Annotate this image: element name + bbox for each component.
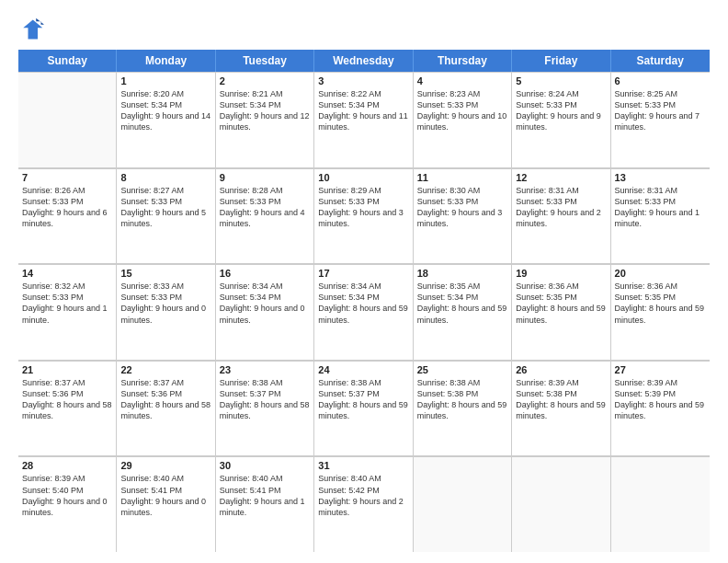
calendar-cell: 15Sunrise: 8:33 AM Sunset: 5:33 PM Dayli… (117, 264, 215, 360)
day-number: 29 (120, 460, 210, 471)
day-number: 28 (22, 460, 112, 471)
cell-info: Sunrise: 8:40 AM Sunset: 5:41 PM Dayligh… (120, 473, 210, 518)
calendar-body: 1Sunrise: 8:20 AM Sunset: 5:34 PM Daylig… (18, 72, 710, 552)
calendar-cell: 20Sunrise: 8:36 AM Sunset: 5:35 PM Dayli… (611, 264, 710, 360)
cell-info: Sunrise: 8:34 AM Sunset: 5:34 PM Dayligh… (220, 281, 310, 326)
day-number: 2 (220, 75, 310, 86)
cell-info: Sunrise: 8:32 AM Sunset: 5:33 PM Dayligh… (22, 281, 112, 326)
calendar-header: SundayMondayTuesdayWednesdayThursdayFrid… (18, 50, 710, 72)
logo (18, 17, 48, 42)
day-number: 11 (417, 172, 507, 183)
day-number: 27 (615, 364, 706, 375)
calendar-cell: 30Sunrise: 8:40 AM Sunset: 5:41 PM Dayli… (216, 456, 314, 552)
cell-info: Sunrise: 8:22 AM Sunset: 5:34 PM Dayligh… (318, 88, 408, 133)
day-number: 6 (615, 75, 706, 86)
calendar-cell: 16Sunrise: 8:34 AM Sunset: 5:34 PM Dayli… (216, 264, 314, 360)
calendar-cell-empty (18, 72, 117, 167)
calendar-week: 14Sunrise: 8:32 AM Sunset: 5:33 PM Dayli… (18, 264, 710, 361)
calendar-cell: 18Sunrise: 8:35 AM Sunset: 5:34 PM Dayli… (414, 264, 512, 360)
calendar-header-cell: Saturday (611, 50, 710, 72)
day-number: 22 (120, 364, 210, 375)
calendar-cell: 31Sunrise: 8:40 AM Sunset: 5:42 PM Dayli… (314, 456, 413, 552)
day-number: 20 (615, 268, 706, 279)
cell-info: Sunrise: 8:31 AM Sunset: 5:33 PM Dayligh… (615, 185, 706, 230)
calendar-header-cell: Tuesday (216, 50, 314, 72)
day-number: 24 (318, 364, 408, 375)
day-number: 16 (220, 268, 310, 279)
calendar-cell: 11Sunrise: 8:30 AM Sunset: 5:33 PM Dayli… (414, 168, 512, 264)
day-number: 31 (318, 460, 408, 471)
day-number: 15 (120, 268, 210, 279)
header (18, 17, 710, 42)
calendar-cell: 8Sunrise: 8:27 AM Sunset: 5:33 PM Daylig… (117, 168, 215, 264)
cell-info: Sunrise: 8:30 AM Sunset: 5:33 PM Dayligh… (417, 185, 507, 230)
calendar-header-cell: Sunday (18, 50, 117, 72)
day-number: 23 (220, 364, 310, 375)
cell-info: Sunrise: 8:36 AM Sunset: 5:35 PM Dayligh… (615, 281, 706, 326)
cell-info: Sunrise: 8:31 AM Sunset: 5:33 PM Dayligh… (516, 185, 606, 230)
calendar-week: 7Sunrise: 8:26 AM Sunset: 5:33 PM Daylig… (18, 168, 710, 265)
day-number: 9 (220, 172, 310, 183)
day-number: 3 (318, 75, 408, 86)
day-number: 5 (516, 75, 606, 86)
day-number: 12 (516, 172, 606, 183)
calendar-cell: 21Sunrise: 8:37 AM Sunset: 5:36 PM Dayli… (18, 361, 117, 456)
calendar-cell: 10Sunrise: 8:29 AM Sunset: 5:33 PM Dayli… (314, 168, 413, 264)
calendar-week: 1Sunrise: 8:20 AM Sunset: 5:34 PM Daylig… (18, 72, 710, 168)
cell-info: Sunrise: 8:36 AM Sunset: 5:35 PM Dayligh… (516, 281, 606, 326)
calendar-cell: 9Sunrise: 8:28 AM Sunset: 5:33 PM Daylig… (216, 168, 314, 264)
calendar-cell: 19Sunrise: 8:36 AM Sunset: 5:35 PM Dayli… (512, 264, 610, 360)
calendar-cell: 23Sunrise: 8:38 AM Sunset: 5:37 PM Dayli… (216, 361, 314, 456)
calendar-cell: 7Sunrise: 8:26 AM Sunset: 5:33 PM Daylig… (18, 168, 117, 264)
calendar-week: 28Sunrise: 8:39 AM Sunset: 5:40 PM Dayli… (18, 456, 710, 552)
day-number: 13 (615, 172, 706, 183)
calendar-cell: 26Sunrise: 8:39 AM Sunset: 5:38 PM Dayli… (512, 361, 610, 456)
calendar-cell: 3Sunrise: 8:22 AM Sunset: 5:34 PM Daylig… (314, 72, 413, 167)
cell-info: Sunrise: 8:27 AM Sunset: 5:33 PM Dayligh… (120, 185, 210, 230)
cell-info: Sunrise: 8:26 AM Sunset: 5:33 PM Dayligh… (22, 185, 112, 230)
calendar-cell: 12Sunrise: 8:31 AM Sunset: 5:33 PM Dayli… (512, 168, 610, 264)
cell-info: Sunrise: 8:24 AM Sunset: 5:33 PM Dayligh… (516, 88, 606, 133)
cell-info: Sunrise: 8:38 AM Sunset: 5:38 PM Dayligh… (417, 377, 507, 422)
cell-info: Sunrise: 8:40 AM Sunset: 5:41 PM Dayligh… (220, 473, 310, 518)
cell-info: Sunrise: 8:21 AM Sunset: 5:34 PM Dayligh… (220, 88, 310, 133)
cell-info: Sunrise: 8:20 AM Sunset: 5:34 PM Dayligh… (120, 88, 210, 133)
page: SundayMondayTuesdayWednesdayThursdayFrid… (0, 0, 728, 563)
cell-info: Sunrise: 8:37 AM Sunset: 5:36 PM Dayligh… (22, 377, 112, 422)
day-number: 30 (220, 460, 310, 471)
calendar-week: 21Sunrise: 8:37 AM Sunset: 5:36 PM Dayli… (18, 361, 710, 457)
calendar-header-cell: Friday (512, 50, 610, 72)
calendar-cell: 17Sunrise: 8:34 AM Sunset: 5:34 PM Dayli… (314, 264, 413, 360)
calendar: SundayMondayTuesdayWednesdayThursdayFrid… (18, 50, 710, 552)
calendar-cell: 1Sunrise: 8:20 AM Sunset: 5:34 PM Daylig… (117, 72, 215, 167)
day-number: 25 (417, 364, 507, 375)
day-number: 4 (417, 75, 507, 86)
calendar-cell: 28Sunrise: 8:39 AM Sunset: 5:40 PM Dayli… (18, 456, 117, 552)
calendar-cell: 25Sunrise: 8:38 AM Sunset: 5:38 PM Dayli… (414, 361, 512, 456)
day-number: 17 (318, 268, 408, 279)
calendar-cell: 6Sunrise: 8:25 AM Sunset: 5:33 PM Daylig… (611, 72, 710, 167)
calendar-cell: 13Sunrise: 8:31 AM Sunset: 5:33 PM Dayli… (611, 168, 710, 264)
calendar-cell: 24Sunrise: 8:38 AM Sunset: 5:37 PM Dayli… (314, 361, 413, 456)
day-number: 14 (22, 268, 112, 279)
cell-info: Sunrise: 8:39 AM Sunset: 5:39 PM Dayligh… (615, 377, 706, 422)
cell-info: Sunrise: 8:37 AM Sunset: 5:36 PM Dayligh… (120, 377, 210, 422)
day-number: 19 (516, 268, 606, 279)
svg-marker-0 (23, 20, 42, 40)
logo-icon (18, 17, 44, 42)
day-number: 8 (120, 172, 210, 183)
cell-info: Sunrise: 8:25 AM Sunset: 5:33 PM Dayligh… (615, 88, 706, 133)
cell-info: Sunrise: 8:35 AM Sunset: 5:34 PM Dayligh… (417, 281, 507, 326)
calendar-cell: 14Sunrise: 8:32 AM Sunset: 5:33 PM Dayli… (18, 264, 117, 360)
cell-info: Sunrise: 8:39 AM Sunset: 5:40 PM Dayligh… (22, 473, 112, 518)
cell-info: Sunrise: 8:28 AM Sunset: 5:33 PM Dayligh… (220, 185, 310, 230)
cell-info: Sunrise: 8:34 AM Sunset: 5:34 PM Dayligh… (318, 281, 408, 326)
cell-info: Sunrise: 8:38 AM Sunset: 5:37 PM Dayligh… (318, 377, 408, 422)
calendar-cell: 27Sunrise: 8:39 AM Sunset: 5:39 PM Dayli… (611, 361, 710, 456)
day-number: 21 (22, 364, 112, 375)
day-number: 10 (318, 172, 408, 183)
calendar-cell: 22Sunrise: 8:37 AM Sunset: 5:36 PM Dayli… (117, 361, 215, 456)
cell-info: Sunrise: 8:29 AM Sunset: 5:33 PM Dayligh… (318, 185, 408, 230)
day-number: 18 (417, 268, 507, 279)
cell-info: Sunrise: 8:40 AM Sunset: 5:42 PM Dayligh… (318, 473, 408, 518)
